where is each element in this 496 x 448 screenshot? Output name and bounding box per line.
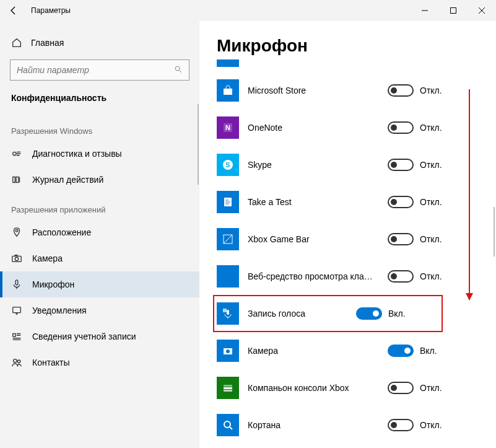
- toggle-state-label: Откл.: [420, 420, 442, 430]
- app-icon: [217, 377, 239, 399]
- home-label: Главная: [31, 38, 64, 48]
- svg-point-17: [17, 360, 20, 363]
- sidebar-item-label: Уведомления: [32, 305, 87, 315]
- app-list: Microsoft StoreОткл.NOneNoteОткл.SSkypeО…: [217, 72, 496, 444]
- window-controls: [411, 0, 496, 21]
- account-icon: [11, 331, 22, 342]
- app-icon: [217, 302, 239, 325]
- scrollbar-stub[interactable]: [494, 207, 495, 257]
- app-name: Компаньон консоли Xbox: [248, 383, 379, 393]
- svg-rect-1: [451, 8, 456, 14]
- app-icon: [217, 228, 239, 250]
- titlebar: Параметры: [0, 0, 496, 21]
- toggle-state-label: Откл.: [420, 123, 442, 133]
- app-row: КортанаОткл.: [217, 406, 496, 444]
- svg-rect-8: [16, 177, 19, 183]
- notify-icon: [11, 305, 22, 316]
- svg-rect-25: [227, 310, 229, 315]
- app-row: Компаньон консоли XboxОткл.: [217, 369, 496, 406]
- app-icon: [217, 79, 239, 102]
- sidebar-item-history[interactable]: Журнал действий: [0, 167, 199, 193]
- app-row: Запись голосаВкл.: [213, 295, 443, 332]
- app-row: КамераВкл.: [217, 332, 496, 369]
- sidebar-item-notify[interactable]: Уведомления: [0, 297, 199, 323]
- toggle-switch[interactable]: [388, 233, 414, 245]
- search-box[interactable]: [10, 59, 189, 81]
- category-title: Конфиденциальность: [0, 89, 199, 114]
- toggle-switch[interactable]: [388, 382, 414, 394]
- minimize-button[interactable]: [411, 0, 439, 21]
- toggle-state-label: Откл.: [420, 197, 442, 207]
- back-button[interactable]: [0, 0, 27, 21]
- app-name: Веб-средство просмотра класси...: [248, 271, 379, 281]
- toggle-switch[interactable]: [388, 84, 414, 97]
- sidebar-item-label: Расположение: [32, 227, 91, 237]
- toggle-state-label: Откл.: [420, 271, 442, 281]
- camera-icon: [11, 253, 22, 264]
- app-row: Xbox Game BarОткл.: [217, 221, 496, 258]
- toggle-switch[interactable]: [388, 345, 414, 357]
- sidebar-item-label: Камера: [32, 253, 63, 263]
- app-name: Take a Test: [248, 197, 379, 207]
- sidebar-item-camera[interactable]: Камера: [0, 245, 199, 271]
- annotation-arrow: [469, 89, 470, 300]
- app-row: Веб-средство просмотра класси...Откл.: [217, 258, 496, 295]
- app-icon: [217, 414, 239, 436]
- sidebar-item-label: Сведения учетной записи: [32, 332, 136, 341]
- toggle-switch[interactable]: [388, 419, 414, 431]
- section-apps: Разрешения приложений: [0, 193, 199, 219]
- partial-app-row: [217, 59, 496, 67]
- svg-rect-18: [224, 89, 232, 95]
- list-scrollbar-stub[interactable]: [198, 104, 199, 185]
- svg-point-9: [15, 230, 18, 232]
- sidebar-item-account[interactable]: Сведения учетной записи: [0, 323, 199, 349]
- toggle-state-label: Откл.: [420, 383, 442, 393]
- home-button[interactable]: Главная: [0, 31, 199, 55]
- app-icon: N: [217, 116, 239, 139]
- app-icon: S: [217, 154, 239, 176]
- svg-point-32: [224, 421, 230, 428]
- sidebar-item-location[interactable]: Расположение: [0, 219, 199, 245]
- sidebar-item-feedback[interactable]: Диагностика и отзывы: [0, 141, 199, 167]
- toggle-switch[interactable]: [388, 270, 414, 283]
- toggle-switch[interactable]: [388, 159, 414, 171]
- app-row: SSkypeОткл.: [217, 146, 496, 183]
- section-windows: Разрешения Windows: [0, 114, 199, 141]
- svg-point-11: [15, 257, 18, 260]
- toggle-switch[interactable]: [388, 196, 414, 208]
- svg-rect-26: [223, 309, 227, 312]
- toggle-state-label: Вкл.: [388, 309, 406, 318]
- maximize-button[interactable]: [439, 0, 468, 21]
- svg-point-16: [14, 359, 17, 362]
- search-icon: [174, 65, 183, 76]
- app-name: Skype: [248, 160, 379, 170]
- svg-line-33: [230, 427, 232, 429]
- contacts-icon: [11, 357, 22, 368]
- window-title: Параметры: [31, 6, 71, 15]
- sidebar-item-mic[interactable]: Микрофон: [0, 271, 199, 297]
- app-name: Камера: [248, 346, 379, 356]
- app-icon: [217, 265, 239, 288]
- sidebar-item-contacts[interactable]: Контакты: [0, 349, 199, 376]
- toggle-switch[interactable]: [388, 121, 414, 134]
- page-title: Микрофон: [217, 36, 496, 56]
- svg-line-5: [179, 70, 181, 72]
- close-button[interactable]: [468, 0, 496, 21]
- app-name: Кортана: [248, 420, 379, 430]
- mic-icon: [11, 279, 22, 290]
- svg-rect-7: [13, 177, 15, 183]
- sidebar-item-label: Журнал действий: [32, 175, 103, 185]
- app-row: Take a TestОткл.: [217, 183, 496, 221]
- feedback-icon: [11, 148, 22, 159]
- app-icon-partial: [217, 59, 239, 67]
- sidebar: Главная Конфиденциальность Разрешения Wi…: [0, 21, 199, 448]
- svg-rect-15: [13, 334, 16, 337]
- toggle-switch[interactable]: [356, 307, 382, 320]
- svg-rect-12: [15, 255, 17, 257]
- svg-text:S: S: [225, 161, 230, 169]
- search-input[interactable]: [17, 65, 174, 75]
- app-icon: [217, 340, 239, 362]
- svg-rect-30: [224, 390, 232, 392]
- toggle-state-label: Вкл.: [420, 346, 437, 356]
- app-name: Запись голоса: [248, 309, 347, 318]
